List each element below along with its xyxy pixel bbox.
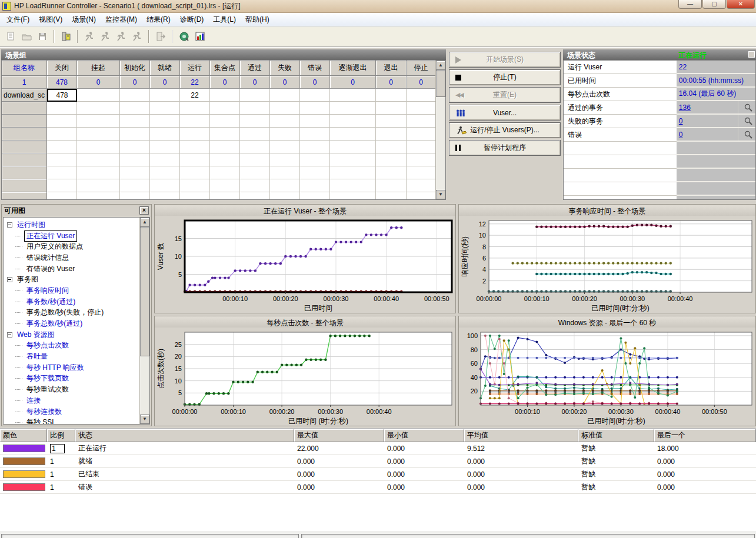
table-cell[interactable]	[270, 89, 300, 102]
table-cell[interactable]	[210, 102, 240, 115]
tree-item[interactable]: 事务响应时间	[7, 285, 149, 296]
table-cell[interactable]	[330, 89, 376, 102]
table-cell[interactable]	[300, 89, 330, 102]
menu-item[interactable]: 诊断(D)	[175, 13, 209, 26]
tree-item-label[interactable]: 错误统计信息	[24, 252, 71, 263]
new-scenario-icon[interactable]	[4, 29, 18, 44]
play-scenario-button[interactable]: 开始场景(S)	[449, 52, 561, 68]
initialize-vusers-icon[interactable]	[82, 29, 96, 44]
table-cell[interactable]	[240, 153, 270, 166]
table-cell[interactable]	[330, 192, 376, 199]
table-cell[interactable]	[120, 141, 150, 153]
menu-item[interactable]: 视图(V)	[34, 13, 67, 26]
tree-scrollbar[interactable]: ▲ ▼	[139, 218, 149, 424]
table-cell[interactable]	[180, 115, 210, 128]
load-generators-icon[interactable]	[59, 29, 73, 44]
table-cell[interactable]	[47, 192, 77, 199]
table-cell[interactable]	[240, 192, 270, 199]
table-cell[interactable]	[210, 89, 240, 102]
tree-item-label[interactable]: 事务总数/秒(失败，停止)	[24, 307, 106, 318]
table-cell[interactable]	[150, 141, 180, 153]
table-cell[interactable]	[407, 179, 435, 192]
table-cell[interactable]	[300, 153, 330, 166]
table-cell[interactable]	[300, 128, 330, 141]
pause-button[interactable]: 暂停计划程序	[449, 140, 561, 156]
table-cell[interactable]	[300, 141, 330, 153]
pin-icon[interactable]	[748, 51, 755, 58]
table-cell[interactable]	[150, 89, 180, 102]
close-icon[interactable]: ×	[139, 206, 149, 215]
table-cell[interactable]	[210, 141, 240, 153]
tree-item[interactable]: 错误统计信息	[7, 252, 149, 263]
reset-scenario-button[interactable]: ◀◀重置(E)	[449, 87, 561, 103]
table-cell[interactable]	[240, 166, 270, 179]
table-cell[interactable]	[407, 128, 435, 141]
search-icon[interactable]	[744, 103, 752, 113]
chart-canvas[interactable]: 2468101200:00:0000:00:1000:00:2000:00:30…	[459, 216, 755, 312]
tree-item[interactable]: 每秒点击次数	[7, 340, 149, 352]
table-cell[interactable]	[77, 141, 120, 153]
table-cell[interactable]	[77, 128, 120, 141]
tree-item[interactable]: 每秒重试次数	[7, 384, 149, 395]
table-cell[interactable]	[120, 102, 150, 115]
table-cell[interactable]	[407, 153, 435, 166]
tree-item[interactable]: 连接	[7, 395, 149, 406]
collapse-icon[interactable]	[7, 277, 12, 282]
table-cell[interactable]	[376, 102, 407, 115]
table-cell[interactable]	[77, 102, 120, 115]
table-cell[interactable]	[270, 128, 300, 141]
tree-item-label[interactable]: 每秒重试次数	[24, 384, 71, 395]
menu-item[interactable]: 结果(R)	[142, 13, 175, 26]
table-cell[interactable]	[210, 128, 240, 141]
tree-group[interactable]: 事务图	[7, 274, 149, 285]
runstop-button[interactable]: 运行/停止 Vusers(P)...	[449, 122, 561, 138]
table-cell[interactable]	[376, 192, 407, 199]
table-cell[interactable]	[330, 115, 376, 128]
save-scenario-icon[interactable]	[35, 29, 49, 44]
table-cell[interactable]	[407, 166, 435, 179]
table-cell[interactable]	[180, 179, 210, 192]
table-cell[interactable]	[270, 115, 300, 128]
exit-vusers-icon[interactable]	[154, 29, 168, 44]
table-row[interactable]	[2, 192, 435, 199]
table-cell[interactable]	[47, 179, 77, 192]
table-cell[interactable]	[47, 102, 77, 115]
tree-item[interactable]: 每秒 HTTP 响应数	[7, 362, 149, 373]
tree-item-label[interactable]: 有错误的 Vuser	[24, 263, 77, 275]
chart-running-vusers[interactable]: 正在运行 Vuser - 整个场景5101500:00:1000:00:2000…	[154, 204, 456, 313]
table-row[interactable]	[2, 102, 435, 115]
table-cell[interactable]	[240, 115, 270, 128]
table-cell[interactable]	[330, 179, 376, 192]
table-cell[interactable]: 478	[47, 89, 77, 102]
scenario-table-scrollbar[interactable]: ▲ ▼	[435, 61, 445, 199]
group-name-cell[interactable]	[2, 179, 47, 192]
table-cell[interactable]	[407, 141, 435, 153]
collapse-icon[interactable]	[7, 222, 12, 228]
tree-item-label[interactable]: 正在运行 Vuser	[24, 230, 77, 242]
scroll-down-icon[interactable]: ▼	[140, 415, 149, 424]
table-cell[interactable]	[180, 153, 210, 166]
table-cell[interactable]	[376, 141, 407, 153]
table-cell[interactable]	[300, 115, 330, 128]
group-name-cell[interactable]	[2, 153, 47, 166]
table-cell[interactable]	[47, 115, 77, 128]
status-value-link[interactable]: 136	[679, 103, 691, 112]
chart-canvas[interactable]: 5101500:00:1000:00:2000:00:3000:00:4000:…	[155, 216, 455, 312]
group-name-cell[interactable]	[2, 128, 47, 141]
tree-item[interactable]: 事务数/秒(通过)	[7, 296, 149, 308]
table-cell[interactable]	[150, 128, 180, 141]
table-cell[interactable]	[120, 115, 150, 128]
open-scenario-icon[interactable]	[19, 29, 34, 44]
chart-windows-resources[interactable]: Windows 资源 - 最后一个 60 秒2040608010000:00:1…	[458, 316, 756, 426]
scroll-down-icon[interactable]: ▼	[436, 190, 445, 199]
table-cell[interactable]	[300, 179, 330, 192]
table-cell[interactable]	[180, 102, 210, 115]
table-cell[interactable]	[376, 89, 407, 102]
table-row[interactable]	[2, 115, 435, 128]
table-cell[interactable]	[77, 166, 120, 179]
table-cell[interactable]	[77, 192, 120, 199]
table-cell[interactable]	[77, 89, 120, 102]
stop-vusers-icon[interactable]	[130, 29, 144, 44]
vusers-button[interactable]: Vuser...	[449, 105, 561, 121]
table-cell[interactable]	[407, 115, 435, 128]
